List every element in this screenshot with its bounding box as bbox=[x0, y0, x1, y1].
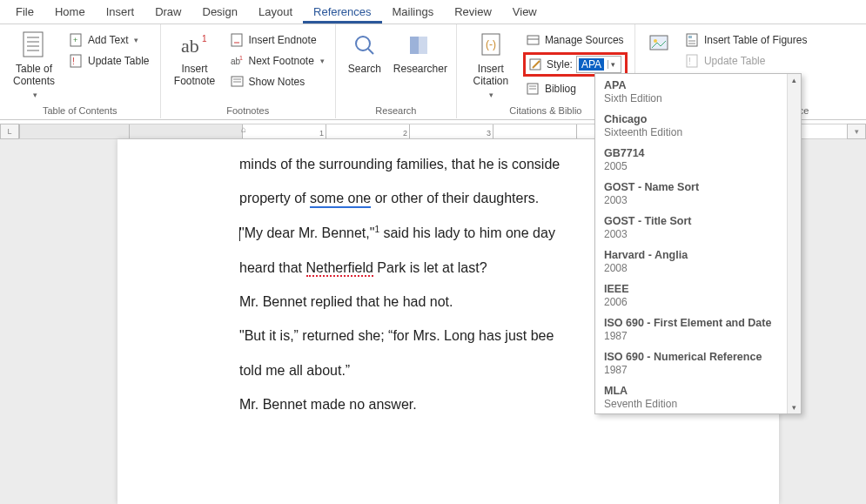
style-option-sub: 2003 bbox=[604, 228, 776, 240]
tab-layout[interactable]: Layout bbox=[248, 1, 303, 24]
endnote-icon bbox=[231, 33, 245, 47]
search-label: Search bbox=[348, 63, 381, 75]
style-option-sub: 2006 bbox=[604, 296, 776, 308]
style-option-gb7714[interactable]: GB7714 2005 bbox=[595, 142, 785, 176]
text-line-1: minds of the surrounding families, that … bbox=[239, 157, 560, 171]
insert-caption-button[interactable] bbox=[642, 28, 677, 59]
show-notes-label: Show Notes bbox=[249, 76, 305, 88]
add-text-button[interactable]: + Add Text ▾ bbox=[66, 31, 153, 49]
style-option-sub: Seventh Edition bbox=[604, 398, 776, 410]
style-dropdown-body: APA Sixth Edition Chicago Sixteenth Edit… bbox=[595, 74, 801, 413]
ruler-num-2: 2 bbox=[403, 129, 407, 138]
text-line-5: Mr. Bennet replied that he had not. bbox=[239, 294, 453, 309]
ruler-num-3: 3 bbox=[487, 129, 491, 138]
tab-view[interactable]: View bbox=[502, 1, 547, 24]
style-option-iso690-date[interactable]: ISO 690 - First Element and Date 1987 bbox=[595, 312, 785, 346]
researcher-label: Researcher bbox=[393, 63, 447, 75]
text-line-4a: heard that bbox=[239, 260, 306, 275]
group-footnotes: ab1 Insert Footnote Insert Endnote ab1 N… bbox=[161, 24, 336, 118]
style-option-ieee[interactable]: IEEE 2006 bbox=[595, 278, 785, 312]
show-notes-button[interactable]: Show Notes bbox=[227, 73, 328, 91]
text-line-3a: "My dear Mr. Bennet," bbox=[239, 225, 374, 240]
svg-text:(-): (-) bbox=[486, 38, 496, 50]
style-option-name: GOST - Title Sort bbox=[604, 215, 776, 227]
toc-label: Table of Contents bbox=[13, 63, 55, 87]
chevron-down-icon: ▾ bbox=[134, 36, 138, 44]
style-option-gost-name[interactable]: GOST - Name Sort 2003 bbox=[595, 176, 785, 210]
text-line-2a: property of bbox=[239, 191, 310, 205]
style-option-harvard[interactable]: Harvard - Anglia 2008 bbox=[595, 244, 785, 278]
grammar-underline[interactable]: some one bbox=[310, 192, 371, 208]
group-table-of-contents: Table of Contents ▾ + Add Text ▾ ! Updat… bbox=[0, 24, 161, 118]
style-option-sub: 2005 bbox=[604, 160, 776, 172]
tab-home[interactable]: Home bbox=[44, 1, 96, 24]
scroll-up-icon[interactable]: ▴ bbox=[792, 76, 796, 84]
insert-citation-button[interactable]: (-) Insert Citation ▾ bbox=[464, 28, 518, 99]
add-text-label: Add Text bbox=[88, 34, 128, 46]
style-option-gost-title[interactable]: GOST - Title Sort 2003 bbox=[595, 210, 785, 244]
svg-text:+: + bbox=[73, 36, 77, 44]
style-option-mla[interactable]: MLA Seventh Edition bbox=[595, 380, 785, 413]
style-option-sub: 1987 bbox=[604, 364, 776, 376]
svg-rect-21 bbox=[419, 37, 427, 54]
style-option-iso690-num[interactable]: ISO 690 - Numerical Reference 1987 bbox=[595, 346, 785, 380]
svg-point-18 bbox=[356, 37, 370, 50]
add-text-icon: + bbox=[70, 33, 84, 47]
text-line-3b: said his lady to him one day bbox=[379, 225, 555, 240]
svg-text:!: ! bbox=[72, 57, 75, 66]
insert-endnote-button[interactable]: Insert Endnote bbox=[227, 31, 328, 49]
style-option-sub: Sixth Edition bbox=[604, 92, 776, 104]
style-icon bbox=[529, 57, 543, 71]
tab-design[interactable]: Design bbox=[192, 1, 248, 24]
spelling-underline[interactable]: Netherfield bbox=[306, 261, 373, 278]
insert-table-of-figures-button[interactable]: Insert Table of Figures bbox=[682, 31, 811, 49]
ruler-right-cap: ▾ bbox=[847, 124, 866, 139]
svg-point-31 bbox=[654, 39, 657, 43]
insert-tof-label: Insert Table of Figures bbox=[704, 34, 808, 46]
svg-text:!: ! bbox=[688, 57, 691, 66]
table-of-contents-button[interactable]: Table of Contents ▾ bbox=[7, 28, 61, 99]
svg-text:1: 1 bbox=[202, 34, 207, 44]
tab-references[interactable]: References bbox=[303, 1, 381, 24]
svg-rect-0 bbox=[23, 32, 43, 57]
dropdown-scrollbar[interactable]: ▴ ▾ bbox=[787, 74, 801, 413]
update-table-button[interactable]: ! Update Table bbox=[66, 52, 153, 70]
text-line-6: "But it is,” returned she; “for Mrs. Lon… bbox=[239, 328, 554, 343]
insert-footnote-button[interactable]: ab1 Insert Footnote bbox=[168, 28, 222, 87]
insert-citation-label: Insert Citation bbox=[473, 63, 509, 87]
style-combo-value: APA bbox=[579, 58, 604, 71]
tab-review[interactable]: Review bbox=[444, 1, 502, 24]
chevron-down-icon: ▾ bbox=[33, 91, 37, 99]
style-option-name: APA bbox=[604, 79, 776, 91]
next-footnote-button[interactable]: ab1 Next Footnote ▾ bbox=[227, 52, 328, 70]
tab-file[interactable]: File bbox=[5, 1, 44, 24]
chevron-down-icon[interactable]: ▾ bbox=[608, 60, 618, 69]
style-option-chicago[interactable]: Chicago Sixteenth Edition bbox=[595, 108, 785, 142]
ruler-num-1: 1 bbox=[319, 129, 324, 138]
style-option-name: ISO 690 - Numerical Reference bbox=[604, 351, 776, 363]
scroll-down-icon[interactable]: ▾ bbox=[792, 403, 796, 412]
caption-icon bbox=[646, 31, 674, 59]
tab-mailings[interactable]: Mailings bbox=[382, 1, 445, 24]
style-combo[interactable]: APA ▾ bbox=[576, 56, 621, 73]
next-footnote-icon: ab1 bbox=[231, 54, 245, 68]
style-option-sub: Sixteenth Edition bbox=[604, 126, 776, 138]
style-label: Style: bbox=[547, 58, 573, 71]
researcher-button[interactable]: Researcher bbox=[392, 28, 449, 75]
update-tof-label: Update Table bbox=[704, 55, 766, 67]
insert-endnote-label: Insert Endnote bbox=[249, 34, 317, 46]
tof-icon bbox=[686, 33, 700, 47]
svg-rect-11 bbox=[232, 34, 242, 46]
indent-marker-icon[interactable]: ⌂ bbox=[241, 124, 246, 134]
chevron-down-icon: ▾ bbox=[320, 57, 325, 65]
style-option-name: GOST - Name Sort bbox=[604, 181, 776, 193]
search-button[interactable]: Search bbox=[343, 28, 386, 75]
manage-sources-button[interactable]: Manage Sources bbox=[523, 31, 628, 49]
style-option-apa[interactable]: APA Sixth Edition bbox=[595, 74, 785, 108]
update-table-label: Update Table bbox=[88, 55, 150, 67]
ruler-tab-selector[interactable]: L bbox=[0, 124, 19, 139]
tab-draw[interactable]: Draw bbox=[144, 1, 191, 24]
tab-insert[interactable]: Insert bbox=[96, 1, 145, 24]
update-table-icon: ! bbox=[70, 54, 84, 68]
style-option-name: ISO 690 - First Element and Date bbox=[604, 317, 776, 329]
